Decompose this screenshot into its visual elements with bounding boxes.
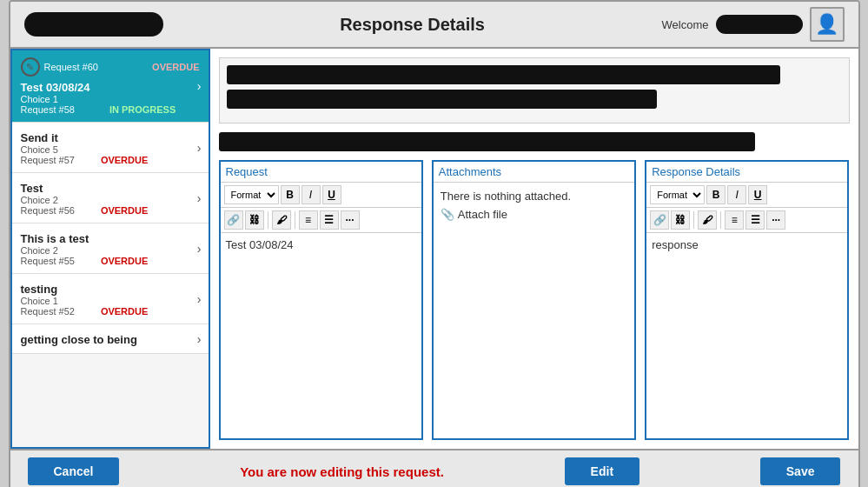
- edit-icon: ✎: [21, 57, 40, 77]
- chevron-1: ›: [197, 141, 202, 155]
- request-content: Test 03/08/24: [226, 238, 294, 251]
- sidebar-item-2[interactable]: Test Choice 2 Request #56 OVERDUE ›: [12, 173, 209, 223]
- toolbar-divider-4: [720, 211, 721, 229]
- avatar: 👤: [810, 7, 845, 42]
- attachments-header: Attachments: [434, 162, 634, 183]
- chevron-2: ›: [197, 191, 202, 205]
- top-redacted-area: [219, 57, 850, 123]
- chevron-3: ›: [197, 242, 202, 256]
- item-title-2: Test: [21, 182, 149, 195]
- request-unlink-btn[interactable]: ⛓: [245, 210, 264, 230]
- sidebar-item-1[interactable]: Send it Choice 5 Request #57 OVERDUE ›: [12, 123, 209, 173]
- right-panel: Request Format B I U 🔗 ⛓ 🖌: [210, 49, 858, 449]
- redacted-bar-3: [219, 132, 755, 151]
- response-details-panel: Response Details Format B I U 🔗 ⛓ 🖌: [645, 160, 849, 440]
- item-title-1: Send it: [21, 131, 149, 144]
- request-brush-btn[interactable]: 🖌: [272, 210, 291, 230]
- footer: Cancel You are now editing this request.…: [10, 449, 858, 487]
- item-status-2: OVERDUE: [101, 205, 148, 216]
- sidebar-item-0[interactable]: ✎ Request #60 OVERDUE Test 03/08/24 Choi…: [12, 50, 209, 123]
- save-button[interactable]: Save: [760, 457, 841, 485]
- attach-file-link[interactable]: 📎 Attach file: [441, 208, 627, 221]
- three-columns: Request Format B I U 🔗 ⛓ 🖌: [219, 160, 850, 440]
- response-brush-btn[interactable]: 🖌: [698, 210, 717, 230]
- response-content: response: [652, 238, 698, 251]
- response-more-btn[interactable]: ···: [766, 210, 785, 230]
- chevron-4: ›: [197, 292, 202, 306]
- response-bold-btn[interactable]: B: [706, 185, 726, 204]
- request-list-btn[interactable]: ☰: [320, 210, 339, 230]
- edit-button[interactable]: Edit: [565, 457, 639, 485]
- request-link-btn[interactable]: 🔗: [224, 210, 243, 230]
- item-sub-1: Choice 5: [21, 144, 149, 155]
- request-toolbar-row1: Format B I U: [221, 183, 421, 208]
- chevron-5: ›: [197, 332, 202, 346]
- item-title-0: Test 03/08/24: [21, 81, 176, 94]
- welcome-label: Welcome: [662, 18, 709, 31]
- toolbar-divider-3: [693, 211, 694, 229]
- item-sub-0: Choice 1: [21, 94, 176, 104]
- footer-status: You are now editing this request.: [240, 464, 444, 479]
- request-underline-btn[interactable]: U: [322, 185, 341, 204]
- sidebar-item-4[interactable]: testing Choice 1 Request #52 OVERDUE ›: [12, 274, 209, 324]
- logo: [24, 12, 163, 37]
- main-content: ✎ Request #60 OVERDUE Test 03/08/24 Choi…: [10, 49, 858, 449]
- redacted-bar-2: [227, 90, 658, 109]
- sidebar-item-3[interactable]: This is a test Choice 2 Request #55 OVER…: [12, 223, 209, 274]
- item-status-4: OVERDUE: [101, 306, 148, 317]
- nothing-attached-text: There is nothing attached.: [441, 190, 627, 203]
- page-title: Response Details: [340, 15, 485, 35]
- request-num2-0: Request #58: [21, 104, 75, 115]
- item-status2-0: IN PROGRESS: [109, 104, 176, 115]
- chevron-0: ›: [197, 79, 202, 93]
- attachments-body: There is nothing attached. 📎 Attach file: [434, 183, 634, 438]
- response-link-btn[interactable]: 🔗: [650, 210, 669, 230]
- request-more-btn[interactable]: ···: [341, 210, 360, 230]
- request-num-1: Request #57: [21, 155, 75, 165]
- item-sub-2: Choice 2: [21, 195, 149, 205]
- redacted-bar-1: [227, 65, 780, 84]
- response-italic-btn[interactable]: I: [727, 185, 746, 204]
- response-underline-btn[interactable]: U: [748, 185, 767, 204]
- response-toolbar-row1: Format B I U: [646, 183, 847, 208]
- item-title-5: getting close to being: [21, 333, 137, 346]
- sidebar: ✎ Request #60 OVERDUE Test 03/08/24 Choi…: [10, 49, 210, 449]
- item-title-4: testing: [21, 283, 149, 296]
- request-format-select[interactable]: Format: [224, 185, 279, 204]
- request-num-0: Request #60: [44, 62, 98, 72]
- attachments-panel: Attachments There is nothing attached. 📎…: [432, 160, 636, 440]
- response-align-btn[interactable]: ≡: [725, 210, 744, 230]
- request-num-4: Request #52: [21, 306, 75, 317]
- header-right: Welcome 👤: [662, 7, 845, 42]
- request-body: Test 03/08/24: [221, 233, 421, 438]
- cancel-button[interactable]: Cancel: [28, 457, 120, 485]
- item-title-3: This is a test: [21, 232, 149, 245]
- avatar-icon: 👤: [815, 13, 838, 36]
- request-italic-btn[interactable]: I: [301, 185, 321, 204]
- request-num-2: Request #56: [21, 205, 75, 216]
- toolbar-divider-1: [268, 211, 268, 229]
- request-panel-header: Request: [221, 162, 421, 183]
- response-list-btn[interactable]: ☰: [745, 210, 765, 230]
- item-status-0: OVERDUE: [152, 62, 199, 72]
- response-unlink-btn[interactable]: ⛓: [671, 210, 690, 230]
- username-bar: [716, 15, 803, 34]
- item-status-3: OVERDUE: [101, 256, 148, 266]
- attach-file-label: Attach file: [458, 208, 507, 221]
- response-panel-header: Response Details: [646, 162, 847, 183]
- response-format-select[interactable]: Format: [650, 185, 705, 204]
- request-toolbar-row2: 🔗 ⛓ 🖌 ≡ ☰ ···: [221, 208, 421, 233]
- request-panel: Request Format B I U 🔗 ⛓ 🖌: [219, 160, 423, 440]
- app-container: Response Details Welcome 👤 ✎ Request #60…: [9, 0, 860, 487]
- paperclip-icon: 📎: [441, 208, 454, 221]
- response-body[interactable]: response: [646, 233, 847, 438]
- header: Response Details Welcome 👤: [10, 2, 858, 49]
- request-bold-btn[interactable]: B: [281, 185, 300, 204]
- response-toolbar-row2: 🔗 ⛓ 🖌 ≡ ☰ ···: [646, 208, 847, 233]
- item-sub-3: Choice 2: [21, 245, 149, 256]
- item-sub-4: Choice 1: [21, 296, 149, 306]
- item-status-1: OVERDUE: [101, 155, 148, 165]
- toolbar-divider-2: [295, 211, 295, 229]
- sidebar-item-5[interactable]: getting close to being ›: [12, 324, 209, 354]
- request-align-btn[interactable]: ≡: [299, 210, 318, 230]
